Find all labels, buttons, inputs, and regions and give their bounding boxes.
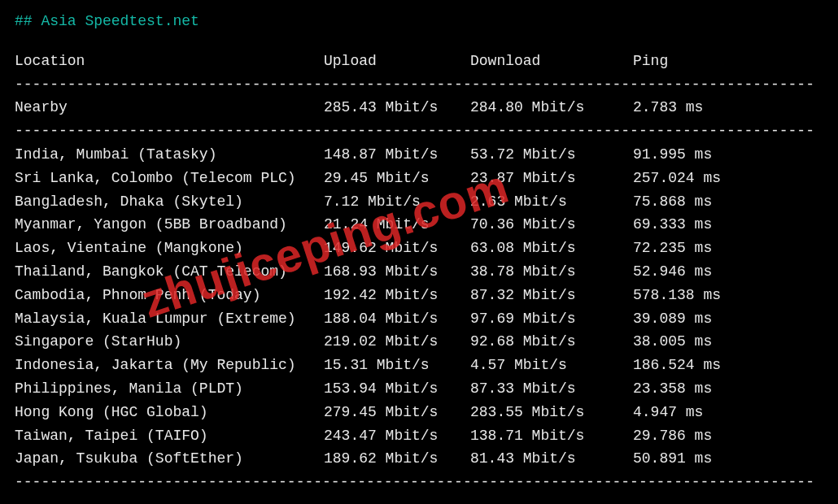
server-upload: 29.45 Mbit/s bbox=[324, 167, 470, 190]
nearby-upload: 285.43 Mbit/s bbox=[324, 96, 470, 119]
server-location: Bangladesh, Dhaka (Skytel) bbox=[15, 190, 324, 214]
server-location: India, Mumbai (Tatasky) bbox=[15, 143, 324, 167]
server-ping: 186.524 ms bbox=[633, 354, 755, 377]
server-ping: 50.891 ms bbox=[633, 447, 755, 471]
server-upload: 15.31 Mbit/s bbox=[324, 354, 470, 377]
server-upload: 7.12 Mbit/s bbox=[324, 190, 470, 214]
server-download: 38.78 Mbit/s bbox=[470, 260, 633, 284]
nearby-download: 284.80 Mbit/s bbox=[470, 96, 633, 119]
server-ping: 39.089 ms bbox=[633, 307, 755, 331]
server-ping: 29.786 ms bbox=[633, 424, 755, 448]
servers-list: India, Mumbai (Tatasky)148.87 Mbit/s53.7… bbox=[15, 143, 823, 471]
server-upload: 148.87 Mbit/s bbox=[324, 143, 470, 167]
server-location: Japan, Tsukuba (SoftEther) bbox=[15, 447, 324, 471]
server-download: 283.55 Mbit/s bbox=[470, 401, 633, 424]
server-row: Philippines, Manila (PLDT)153.94 Mbit/s8… bbox=[15, 377, 823, 401]
server-row: Japan, Tsukuba (SoftEther)189.62 Mbit/s8… bbox=[15, 447, 823, 471]
server-download: 81.43 Mbit/s bbox=[470, 447, 633, 471]
server-upload: 192.42 Mbit/s bbox=[324, 284, 470, 307]
server-download: 97.69 Mbit/s bbox=[470, 307, 633, 331]
server-upload: 189.62 Mbit/s bbox=[324, 447, 470, 471]
server-ping: 578.138 ms bbox=[633, 284, 755, 307]
server-location: Singapore (StarHub) bbox=[15, 330, 324, 354]
column-headers: Location Upload Download Ping bbox=[15, 50, 823, 73]
server-download: 92.68 Mbit/s bbox=[470, 330, 633, 354]
server-row: Laos, Vientaine (Mangkone)149.62 Mbit/s6… bbox=[15, 237, 823, 260]
server-upload: 219.02 Mbit/s bbox=[324, 330, 470, 354]
server-row: India, Mumbai (Tatasky)148.87 Mbit/s53.7… bbox=[15, 143, 823, 167]
server-ping: 91.995 ms bbox=[633, 143, 755, 167]
server-location: Hong Kong (HGC Global) bbox=[15, 401, 324, 424]
header-upload: Upload bbox=[324, 50, 470, 73]
server-row: Singapore (StarHub)219.02 Mbit/s92.68 Mb… bbox=[15, 330, 823, 354]
server-location: Laos, Vientaine (Mangkone) bbox=[15, 237, 324, 260]
server-row: Thailand, Bangkok (CAT Telecom)168.93 Mb… bbox=[15, 260, 823, 284]
server-ping: 75.868 ms bbox=[633, 190, 755, 214]
divider: ----------------------------------------… bbox=[15, 119, 823, 143]
server-download: 87.33 Mbit/s bbox=[470, 377, 633, 401]
divider: ----------------------------------------… bbox=[15, 73, 823, 97]
server-row: Sri Lanka, Colombo (Telecom PLC)29.45 Mb… bbox=[15, 167, 823, 190]
server-upload: 21.24 Mbit/s bbox=[324, 213, 470, 237]
server-row: Taiwan, Taipei (TAIFO)243.47 Mbit/s138.7… bbox=[15, 424, 823, 448]
server-download: 87.32 Mbit/s bbox=[470, 284, 633, 307]
server-ping: 23.358 ms bbox=[633, 377, 755, 401]
server-download: 138.71 Mbit/s bbox=[470, 424, 633, 448]
divider: ----------------------------------------… bbox=[15, 471, 823, 494]
server-location: Sri Lanka, Colombo (Telecom PLC) bbox=[15, 167, 324, 190]
server-row: Malaysia, Kuala Lumpur (Extreme)188.04 M… bbox=[15, 307, 823, 331]
nearby-location: Nearby bbox=[15, 96, 324, 119]
server-ping: 72.235 ms bbox=[633, 237, 755, 260]
server-download: 53.72 Mbit/s bbox=[470, 143, 633, 167]
server-location: Malaysia, Kuala Lumpur (Extreme) bbox=[15, 307, 324, 331]
server-download: 2.63 Mbit/s bbox=[470, 190, 633, 214]
server-download: 4.57 Mbit/s bbox=[470, 354, 633, 377]
server-ping: 4.947 ms bbox=[633, 401, 755, 424]
server-ping: 257.024 ms bbox=[633, 167, 755, 190]
server-upload: 279.45 Mbit/s bbox=[324, 401, 470, 424]
server-ping: 38.005 ms bbox=[633, 330, 755, 354]
server-download: 23.87 Mbit/s bbox=[470, 167, 633, 190]
server-upload: 243.47 Mbit/s bbox=[324, 424, 470, 448]
server-row: Myanmar, Yangon (5BB Broadband)21.24 Mbi… bbox=[15, 213, 823, 237]
header-ping: Ping bbox=[633, 50, 755, 73]
server-row: Hong Kong (HGC Global)279.45 Mbit/s283.5… bbox=[15, 401, 823, 424]
server-upload: 188.04 Mbit/s bbox=[324, 307, 470, 331]
server-upload: 149.62 Mbit/s bbox=[324, 237, 470, 260]
header-location: Location bbox=[15, 50, 324, 73]
section-header: ## Asia Speedtest.net bbox=[15, 10, 823, 33]
server-download: 70.36 Mbit/s bbox=[470, 213, 633, 237]
nearby-ping: 2.783 ms bbox=[633, 96, 755, 119]
server-row: Indonesia, Jakarta (My Republic)15.31 Mb… bbox=[15, 354, 823, 377]
server-ping: 52.946 ms bbox=[633, 260, 755, 284]
server-location: Philippines, Manila (PLDT) bbox=[15, 377, 324, 401]
server-location: Indonesia, Jakarta (My Republic) bbox=[15, 354, 324, 377]
header-download: Download bbox=[470, 50, 633, 73]
server-location: Cambodia, Phnom Penh (Today) bbox=[15, 284, 324, 307]
server-location: Myanmar, Yangon (5BB Broadband) bbox=[15, 213, 324, 237]
server-download: 63.08 Mbit/s bbox=[470, 237, 633, 260]
server-row: Cambodia, Phnom Penh (Today)192.42 Mbit/… bbox=[15, 284, 823, 307]
server-location: Thailand, Bangkok (CAT Telecom) bbox=[15, 260, 324, 284]
server-location: Taiwan, Taipei (TAIFO) bbox=[15, 424, 324, 448]
nearby-row: Nearby 285.43 Mbit/s 284.80 Mbit/s 2.783… bbox=[15, 96, 823, 119]
server-row: Bangladesh, Dhaka (Skytel)7.12 Mbit/s2.6… bbox=[15, 190, 823, 214]
server-ping: 69.333 ms bbox=[633, 213, 755, 237]
server-upload: 168.93 Mbit/s bbox=[324, 260, 470, 284]
server-upload: 153.94 Mbit/s bbox=[324, 377, 470, 401]
